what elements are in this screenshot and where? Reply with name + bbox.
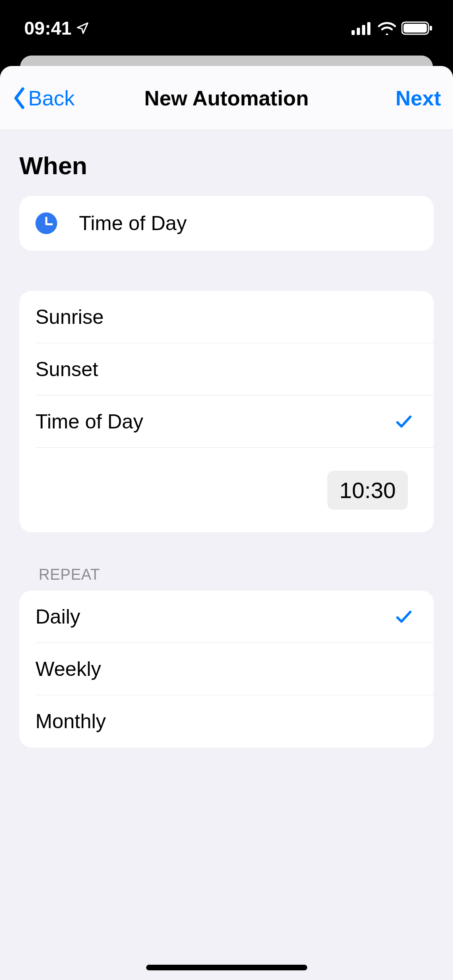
cellular-icon: [352, 21, 372, 35]
home-indicator[interactable]: [146, 965, 307, 970]
svg-rect-0: [352, 30, 355, 35]
sheet-content: When Time of Day Sunrise Sunset Time of …: [0, 151, 453, 747]
repeat-monthly-label: Monthly: [35, 710, 106, 733]
checkmark-icon: [394, 412, 414, 431]
chevron-left-icon: [12, 86, 27, 110]
modal-sheet: Back New Automation Next When Time of Da…: [0, 66, 453, 980]
trigger-summary-label: Time of Day: [79, 212, 187, 235]
repeat-header: REPEAT: [39, 566, 434, 583]
svg-rect-6: [430, 26, 432, 31]
clock-icon: [35, 212, 57, 234]
option-time-of-day[interactable]: Time of Day: [35, 395, 434, 448]
location-icon: [76, 21, 89, 35]
svg-rect-5: [403, 24, 427, 33]
option-time-of-day-label: Time of Day: [35, 410, 143, 433]
status-time: 09:41: [24, 17, 72, 39]
checkmark-icon: [394, 607, 414, 626]
repeat-daily-label: Daily: [35, 605, 80, 628]
svg-rect-2: [362, 25, 365, 35]
battery-icon: [401, 21, 433, 35]
next-button[interactable]: Next: [395, 86, 441, 110]
option-sunrise[interactable]: Sunrise: [35, 291, 434, 343]
trigger-summary-card[interactable]: Time of Day: [19, 196, 434, 251]
svg-rect-1: [357, 28, 360, 35]
when-heading: When: [19, 151, 434, 180]
option-sunset[interactable]: Sunset: [35, 343, 434, 395]
time-picker-row: 10:30: [19, 448, 434, 532]
time-picker[interactable]: 10:30: [327, 471, 408, 510]
svg-rect-3: [367, 22, 370, 35]
nav-title: New Automation: [144, 86, 308, 110]
back-button[interactable]: Back: [12, 86, 75, 110]
repeat-monthly[interactable]: Monthly: [35, 695, 434, 747]
status-time-area: 09:41: [24, 17, 89, 39]
status-bar: 09:41: [0, 0, 453, 56]
repeat-weekly-label: Weekly: [35, 657, 101, 681]
time-options-card: Sunrise Sunset Time of Day 10:30: [19, 291, 434, 532]
wifi-icon: [377, 21, 397, 35]
option-sunrise-label: Sunrise: [35, 305, 104, 329]
status-icons: [352, 21, 433, 35]
nav-bar: Back New Automation Next: [0, 66, 453, 130]
repeat-weekly[interactable]: Weekly: [35, 643, 434, 695]
repeat-options-card: Daily Weekly Monthly: [19, 591, 434, 747]
option-sunset-label: Sunset: [35, 358, 98, 381]
back-label: Back: [28, 86, 75, 110]
repeat-daily[interactable]: Daily: [35, 591, 434, 643]
